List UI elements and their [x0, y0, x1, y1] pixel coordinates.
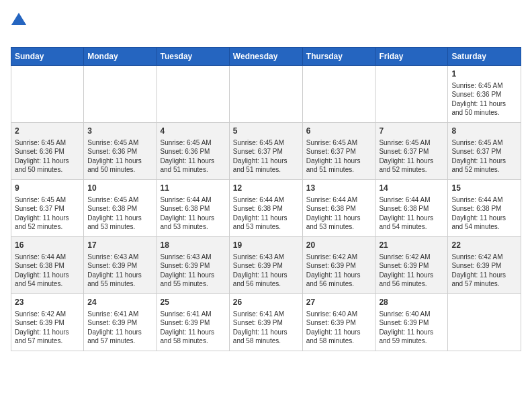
header-row: SundayMondayTuesdayWednesdayThursdayFrid… [11, 48, 521, 66]
day-number: 11 [161, 183, 226, 194]
day-content: Sunrise: 6:42 AM Sunset: 6:39 PM Dayligh… [15, 310, 80, 346]
day-content: Sunrise: 6:41 AM Sunset: 6:39 PM Dayligh… [233, 310, 299, 346]
day-number: 8 [451, 126, 517, 137]
day-content: Sunrise: 6:41 AM Sunset: 6:39 PM Dayligh… [161, 310, 226, 346]
calendar-body: 1Sunrise: 6:45 AM Sunset: 6:36 PM Daylig… [11, 66, 521, 351]
calendar-cell: 5Sunrise: 6:45 AM Sunset: 6:37 PM Daylig… [229, 123, 302, 180]
week-row-0: 1Sunrise: 6:45 AM Sunset: 6:36 PM Daylig… [11, 66, 521, 123]
calendar-cell: 7Sunrise: 6:45 AM Sunset: 6:37 PM Daylig… [375, 123, 448, 180]
calendar-cell: 28Sunrise: 6:40 AM Sunset: 6:39 PM Dayli… [375, 294, 448, 351]
calendar-cell: 11Sunrise: 6:44 AM Sunset: 6:38 PM Dayli… [157, 180, 229, 237]
day-content: Sunrise: 6:44 AM Sunset: 6:38 PM Dayligh… [233, 195, 299, 232]
day-content: Sunrise: 6:43 AM Sunset: 6:39 PM Dayligh… [233, 253, 299, 289]
calendar-cell: 21Sunrise: 6:42 AM Sunset: 6:39 PM Dayli… [375, 237, 448, 294]
header-cell-thursday: Thursday [302, 48, 375, 66]
calendar-cell: 25Sunrise: 6:41 AM Sunset: 6:39 PM Dayli… [157, 294, 229, 351]
day-number: 9 [15, 183, 80, 194]
day-number: 3 [87, 126, 152, 137]
day-content: Sunrise: 6:42 AM Sunset: 6:39 PM Dayligh… [379, 253, 444, 289]
calendar-cell: 12Sunrise: 6:44 AM Sunset: 6:38 PM Dayli… [229, 180, 302, 237]
day-content: Sunrise: 6:45 AM Sunset: 6:37 PM Dayligh… [451, 138, 517, 175]
day-number: 13 [306, 183, 372, 194]
calendar-cell: 26Sunrise: 6:41 AM Sunset: 6:39 PM Dayli… [229, 294, 302, 351]
day-content: Sunrise: 6:40 AM Sunset: 6:39 PM Dayligh… [379, 310, 444, 346]
day-number: 17 [87, 240, 152, 251]
svg-marker-0 [11, 13, 26, 25]
day-content: Sunrise: 6:44 AM Sunset: 6:38 PM Dayligh… [15, 253, 80, 289]
day-number: 5 [233, 126, 299, 137]
day-number: 10 [87, 183, 152, 194]
day-content: Sunrise: 6:45 AM Sunset: 6:36 PM Dayligh… [87, 138, 152, 175]
day-number: 22 [451, 240, 517, 251]
calendar-cell: 6Sunrise: 6:45 AM Sunset: 6:37 PM Daylig… [302, 123, 375, 180]
calendar-cell: 23Sunrise: 6:42 AM Sunset: 6:39 PM Dayli… [11, 294, 84, 351]
calendar-cell: 20Sunrise: 6:42 AM Sunset: 6:39 PM Dayli… [302, 237, 375, 294]
calendar-cell [229, 66, 302, 123]
week-row-1: 2Sunrise: 6:45 AM Sunset: 6:36 PM Daylig… [11, 123, 521, 180]
day-content: Sunrise: 6:45 AM Sunset: 6:37 PM Dayligh… [306, 138, 372, 175]
calendar-table: SundayMondayTuesdayWednesdayThursdayFrid… [11, 47, 521, 351]
header-cell-monday: Monday [84, 48, 157, 66]
calendar-cell: 4Sunrise: 6:45 AM Sunset: 6:36 PM Daylig… [157, 123, 229, 180]
calendar-cell: 19Sunrise: 6:43 AM Sunset: 6:39 PM Dayli… [229, 237, 302, 294]
day-number: 4 [161, 126, 226, 137]
day-number: 7 [379, 126, 444, 137]
header-cell-friday: Friday [375, 48, 448, 66]
calendar-cell: 10Sunrise: 6:45 AM Sunset: 6:38 PM Dayli… [84, 180, 157, 237]
day-number: 12 [233, 183, 299, 194]
calendar-cell [302, 66, 375, 123]
day-content: Sunrise: 6:45 AM Sunset: 6:38 PM Dayligh… [87, 195, 152, 232]
calendar-cell: 18Sunrise: 6:43 AM Sunset: 6:39 PM Dayli… [157, 237, 229, 294]
header-cell-saturday: Saturday [448, 48, 521, 66]
calendar-cell [375, 66, 448, 123]
day-number: 2 [15, 126, 80, 137]
calendar-cell: 27Sunrise: 6:40 AM Sunset: 6:39 PM Dayli… [302, 294, 375, 351]
calendar-cell: 8Sunrise: 6:45 AM Sunset: 6:37 PM Daylig… [448, 123, 521, 180]
day-content: Sunrise: 6:43 AM Sunset: 6:39 PM Dayligh… [161, 253, 226, 289]
day-number: 1 [451, 68, 517, 80]
day-content: Sunrise: 6:44 AM Sunset: 6:38 PM Dayligh… [451, 195, 517, 232]
day-number: 19 [233, 240, 299, 251]
calendar-cell: 24Sunrise: 6:41 AM Sunset: 6:39 PM Dayli… [84, 294, 157, 351]
day-content: Sunrise: 6:44 AM Sunset: 6:38 PM Dayligh… [379, 195, 444, 232]
logo [11, 11, 27, 39]
header-cell-wednesday: Wednesday [229, 48, 302, 66]
calendar-cell: 17Sunrise: 6:43 AM Sunset: 6:39 PM Dayli… [84, 237, 157, 294]
day-content: Sunrise: 6:45 AM Sunset: 6:36 PM Dayligh… [451, 81, 517, 118]
day-number: 16 [15, 240, 80, 251]
week-row-4: 23Sunrise: 6:42 AM Sunset: 6:39 PM Dayli… [11, 294, 521, 351]
day-number: 23 [15, 297, 80, 308]
calendar-cell: 14Sunrise: 6:44 AM Sunset: 6:38 PM Dayli… [375, 180, 448, 237]
day-content: Sunrise: 6:41 AM Sunset: 6:39 PM Dayligh… [87, 310, 152, 346]
day-number: 21 [379, 240, 444, 251]
calendar-cell: 22Sunrise: 6:42 AM Sunset: 6:39 PM Dayli… [448, 237, 521, 294]
day-content: Sunrise: 6:45 AM Sunset: 6:37 PM Dayligh… [15, 195, 80, 232]
week-row-3: 16Sunrise: 6:44 AM Sunset: 6:38 PM Dayli… [11, 237, 521, 294]
day-content: Sunrise: 6:45 AM Sunset: 6:36 PM Dayligh… [15, 138, 80, 175]
page-header [11, 11, 521, 39]
logo-icon [11, 13, 26, 25]
week-row-2: 9Sunrise: 6:45 AM Sunset: 6:37 PM Daylig… [11, 180, 521, 237]
calendar-header: SundayMondayTuesdayWednesdayThursdayFrid… [11, 48, 521, 66]
day-number: 28 [379, 297, 444, 308]
day-number: 6 [306, 126, 372, 137]
calendar-cell: 13Sunrise: 6:44 AM Sunset: 6:38 PM Dayli… [302, 180, 375, 237]
day-number: 25 [161, 297, 226, 308]
day-content: Sunrise: 6:42 AM Sunset: 6:39 PM Dayligh… [451, 253, 517, 289]
calendar-cell [84, 66, 157, 123]
day-content: Sunrise: 6:43 AM Sunset: 6:39 PM Dayligh… [87, 253, 152, 289]
header-cell-tuesday: Tuesday [157, 48, 229, 66]
day-content: Sunrise: 6:42 AM Sunset: 6:39 PM Dayligh… [306, 253, 372, 289]
calendar-cell [11, 66, 84, 123]
day-content: Sunrise: 6:44 AM Sunset: 6:38 PM Dayligh… [306, 195, 372, 232]
calendar-cell [448, 294, 521, 351]
day-content: Sunrise: 6:45 AM Sunset: 6:37 PM Dayligh… [379, 138, 444, 175]
logo-block [11, 11, 27, 39]
day-number: 26 [233, 297, 299, 308]
calendar-cell: 3Sunrise: 6:45 AM Sunset: 6:36 PM Daylig… [84, 123, 157, 180]
day-number: 24 [87, 297, 152, 308]
calendar-cell [157, 66, 229, 123]
day-number: 15 [451, 183, 517, 194]
calendar-cell: 1Sunrise: 6:45 AM Sunset: 6:36 PM Daylig… [448, 66, 521, 123]
calendar-cell: 16Sunrise: 6:44 AM Sunset: 6:38 PM Dayli… [11, 237, 84, 294]
